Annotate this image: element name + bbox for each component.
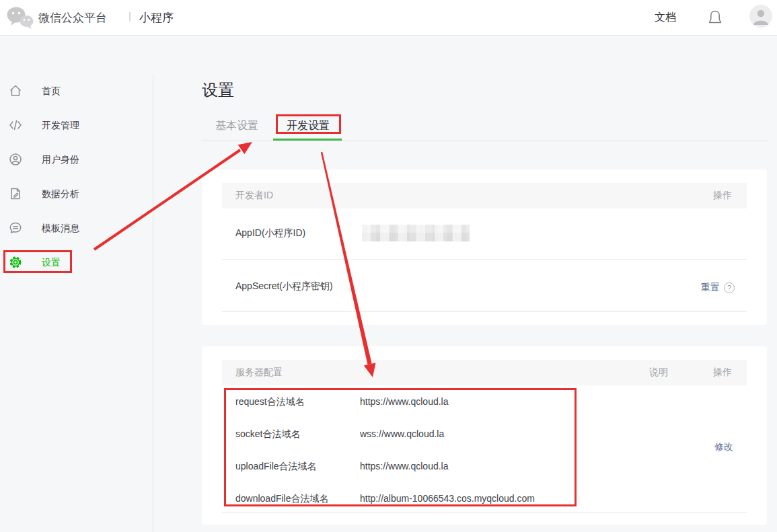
wechat-miniprogram-settings-page: 微信公众平台 | 小程序 文档 首页 (0, 0, 777, 532)
domain-value: wss://www.qcloud.la (360, 428, 444, 439)
brand-separator: | (128, 10, 131, 22)
table-row: downloadFile合法域名 http://album-10066543.c… (202, 484, 767, 516)
section-title: 开发者ID (235, 190, 273, 202)
appsecret-actions: 重置 ? (701, 282, 735, 294)
row-divider (222, 259, 747, 260)
server-config-section: 服务器配置 说明 操作 request合法域名 https://www.qclo… (202, 346, 767, 525)
sidebar-item-label: 模板消息 (42, 223, 79, 235)
tab-dev-settings[interactable]: 开发设置 (287, 119, 330, 133)
domain-value: https://www.qcloud.la (360, 396, 449, 407)
product-title: 小程序 (139, 10, 174, 26)
table-row: request合法域名 https://www.qcloud.la (202, 387, 767, 419)
sidebar-divider (153, 74, 153, 532)
server-config-header-bar: 服务器配置 说明 操作 (222, 360, 747, 385)
appid-label: AppID(小程序ID) (235, 227, 305, 239)
sidebar-item-user-identity[interactable]: 用户身份 (0, 143, 153, 177)
sidebar-item-label: 设置 (42, 257, 61, 269)
sidebar-item-label: 首页 (42, 85, 61, 98)
wechat-logo-icon (6, 5, 34, 33)
sidebar-item-home[interactable]: 首页 (0, 74, 153, 108)
note-column-header: 说明 (649, 367, 668, 379)
action-column-header: 操作 (713, 190, 732, 202)
row-divider (222, 512, 747, 513)
sidebar-item-label: 用户身份 (42, 154, 79, 166)
appsecret-label: AppSecret(小程序密钥) (235, 280, 333, 293)
action-column-header: 操作 (713, 367, 732, 379)
modify-button[interactable]: 修改 (714, 441, 733, 453)
tab-basic-settings[interactable]: 基本设置 (215, 119, 258, 133)
row-divider (222, 311, 747, 312)
sidebar-item-settings[interactable]: 设置 (0, 245, 153, 280)
help-icon[interactable]: ? (724, 282, 735, 293)
table-row: socket合法域名 wss://www.qcloud.la (202, 419, 767, 451)
brand-title: 微信公众平台 (38, 10, 107, 26)
table-row: uploadFile合法域名 https://www.qcloud.la (202, 451, 767, 484)
domain-value: https://www.qcloud.la (360, 461, 449, 471)
sidebar-item-label: 开发管理 (42, 120, 79, 132)
gear-icon (9, 256, 22, 269)
reset-button[interactable]: 重置 (701, 282, 720, 294)
doc-link[interactable]: 文档 (655, 11, 676, 25)
sidebar-item-dev-manage[interactable]: 开发管理 (0, 108, 153, 143)
data-analysis-icon (9, 187, 22, 200)
page-title: 设置 (202, 79, 234, 101)
top-header: 微信公众平台 | 小程序 文档 (0, 0, 777, 36)
sidebar-item-data-analysis[interactable]: 数据分析 (0, 177, 153, 211)
section-title: 服务器配置 (235, 367, 283, 379)
active-tab-underline (273, 139, 342, 141)
sidebar-nav: 首页 开发管理 用户身份 (0, 74, 153, 280)
domain-value: http://album-10066543.cos.myqcloud.com (360, 493, 535, 504)
domain-type-label: request合法域名 (235, 396, 305, 408)
appid-redacted-value (362, 225, 470, 241)
home-icon (9, 84, 22, 98)
developer-id-section: 开发者ID 操作 AppID(小程序ID) AppSecret(小程序密钥) 重… (202, 169, 767, 325)
code-icon (9, 118, 22, 132)
developer-id-header-bar: 开发者ID 操作 (222, 183, 747, 208)
avatar[interactable] (749, 5, 772, 28)
message-icon (9, 221, 22, 235)
domain-type-label: downloadFile合法域名 (235, 493, 329, 505)
server-config-rows: request合法域名 https://www.qcloud.la socket… (202, 387, 767, 516)
notification-bell-icon[interactable] (707, 9, 723, 28)
domain-type-label: socket合法域名 (235, 428, 300, 441)
sidebar-item-template-message[interactable]: 模板消息 (0, 211, 153, 245)
user-icon (9, 153, 22, 166)
tab-bar-divider (202, 141, 767, 141)
sidebar-item-label: 数据分析 (42, 188, 79, 200)
domain-type-label: uploadFile合法域名 (235, 461, 317, 473)
